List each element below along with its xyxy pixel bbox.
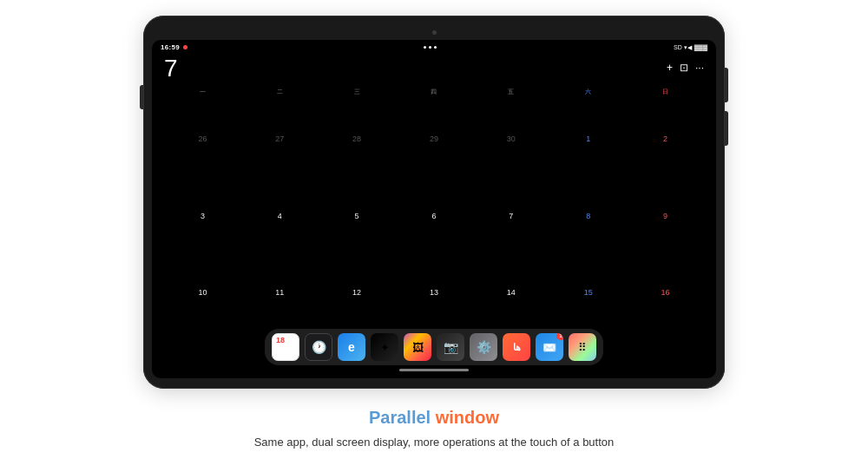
calendar-view-button[interactable]: ⊡ (680, 62, 688, 74)
cal-cell[interactable]: 4 (241, 177, 319, 254)
calendar-area: 7 + ⊡ ··· 一 二 三 四 五 六 日 (152, 53, 716, 324)
cal-cell[interactable]: 9 (627, 177, 704, 254)
cal-cell[interactable]: 11 (241, 254, 319, 324)
dock-calendar-icon[interactable]: 18 (272, 333, 299, 361)
cal-cell[interactable]: 8 (549, 177, 627, 254)
dock-inner: 18 🕐 e ✦ (265, 329, 603, 365)
text-section: Parallel window Same app, dual screen di… (254, 404, 615, 451)
day-headers: 一 二 三 四 五 六 日 (164, 86, 704, 98)
volume-down-button (725, 111, 728, 146)
title-window: window (436, 408, 499, 427)
cal-cell[interactable]: 12 (319, 254, 396, 324)
dock: 18 🕐 e ✦ (152, 324, 716, 378)
status-center (424, 46, 437, 49)
front-camera (432, 30, 437, 35)
cal-cell[interactable]: 16 (627, 254, 704, 324)
dock-more-icon[interactable]: ⠿ (569, 333, 596, 361)
dock-scroll-indicator (399, 369, 469, 371)
status-time: 16:59 (161, 43, 180, 51)
day-header-thu: 四 (396, 86, 473, 98)
feature-title: Parallel window (254, 404, 615, 430)
dot3 (434, 46, 437, 49)
day-header-sun: 日 (627, 86, 704, 98)
cal-cell[interactable]: 30 (472, 100, 549, 177)
status-bar: 16:59 SD ▾◀ ▓▓▓ (152, 40, 716, 53)
cal-cell[interactable]: 7 (472, 177, 549, 254)
cal-cell[interactable]: 6 (396, 177, 473, 254)
cal-cell[interactable]: 14 (472, 254, 549, 324)
cal-cell[interactable]: 10 (164, 254, 241, 324)
tablet-device: 16:59 SD ▾◀ ▓▓▓ 7 (143, 16, 725, 389)
dock-browser-icon[interactable]: e (338, 333, 365, 361)
cal-cell[interactable]: 28 (319, 100, 396, 177)
calendar-month: 7 (164, 56, 178, 81)
more-options-button[interactable]: ··· (695, 62, 704, 74)
power-button (140, 85, 143, 109)
status-time-area: 16:59 (161, 43, 187, 51)
feature-subtitle: Same app, dual screen display, more oper… (254, 434, 615, 451)
day-header-tue: 二 (241, 86, 319, 98)
day-header-wed: 三 (319, 86, 396, 98)
cal-cell[interactable]: 27 (241, 100, 319, 177)
cal-cell[interactable]: 3 (164, 177, 241, 254)
title-parallel: Parallel (369, 408, 431, 427)
tablet-screen: 16:59 SD ▾◀ ▓▓▓ 7 (152, 40, 716, 378)
add-event-button[interactable]: + (667, 62, 673, 74)
dock-clock-icon[interactable]: 🕐 (305, 333, 332, 361)
volume-up-button (725, 68, 728, 102)
dot2 (429, 46, 431, 49)
cal-cell[interactable]: 13 (396, 254, 473, 324)
dock-ai-icon[interactable]: ✦ (371, 333, 398, 361)
dock-settings-icon[interactable]: ⚙️ (470, 333, 497, 361)
page-wrapper: 16:59 SD ▾◀ ▓▓▓ 7 (143, 7, 725, 465)
cal-cell[interactable]: 5 (319, 177, 396, 254)
dock-game-icon[interactable]: ها (503, 333, 530, 361)
cal-cell[interactable]: 1 (549, 100, 627, 177)
calendar-actions[interactable]: + ⊡ ··· (667, 56, 704, 74)
dock-photos-icon[interactable]: 🖼 (404, 333, 431, 361)
cal-cell[interactable]: 2 (627, 100, 704, 177)
day-header-fri: 五 (472, 86, 549, 98)
day-header-sat: 六 (549, 86, 627, 98)
dock-mail-icon[interactable]: ✉️ 1 (536, 333, 563, 361)
day-header-mon: 一 (164, 86, 241, 98)
signal-icon: SD ▾◀ (674, 44, 692, 51)
calendar-header: 7 + ⊡ ··· (164, 53, 704, 86)
dock-camera-icon[interactable]: 📷 (437, 333, 464, 361)
cal-cell[interactable]: 29 (396, 100, 473, 177)
cal-cell[interactable]: 26 (164, 100, 241, 177)
battery-icon: ▓▓▓ (694, 44, 707, 50)
cal-cell[interactable]: 15 (549, 254, 627, 324)
status-right: SD ▾◀ ▓▓▓ (674, 44, 707, 51)
calendar-grid: 26 27 28 29 30 1 2 3 4 5 6 7 8 9 10 (164, 100, 704, 324)
status-indicator (183, 45, 187, 49)
dot1 (424, 46, 426, 49)
tablet-top-bar (152, 24, 716, 40)
dock-container: 18 🕐 e ✦ (265, 329, 603, 371)
